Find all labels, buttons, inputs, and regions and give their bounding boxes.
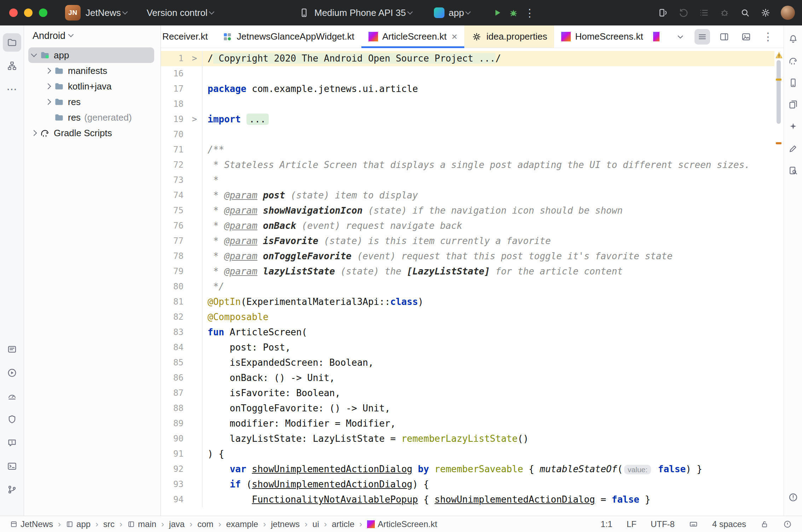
more-vertical-button[interactable]: ⋮ bbox=[760, 29, 776, 45]
code-text[interactable]: post: Post, bbox=[203, 340, 291, 355]
version-control-toolwindow-button[interactable] bbox=[3, 480, 21, 499]
indent-indicator[interactable]: 4 spaces bbox=[712, 519, 746, 529]
tab-articlescreen.kt[interactable]: ArticleScreen.kt× bbox=[361, 25, 464, 48]
tab-homescreens.kt[interactable]: HomeScreens.kt bbox=[554, 25, 650, 48]
warning-triangle-icon[interactable] bbox=[775, 51, 783, 59]
chevron-right-icon[interactable] bbox=[31, 130, 37, 136]
assistant-sparkle-toolwindow-button[interactable] bbox=[785, 119, 801, 134]
fold-arrow-icon[interactable]: > bbox=[187, 51, 203, 66]
device-streaming-button[interactable] bbox=[658, 7, 668, 18]
breadcrumb-item-java[interactable]: java bbox=[169, 519, 185, 529]
project-toolwindow-button[interactable] bbox=[3, 33, 21, 52]
split-editor-button[interactable] bbox=[716, 29, 732, 45]
tab-jetnewsglanceappwidget.kt[interactable]: JetnewsGlanceAppWidget.kt bbox=[215, 25, 361, 48]
tree-item-res[interactable]: res bbox=[28, 94, 154, 110]
tree-item-gradle-scripts[interactable]: Gradle Scripts bbox=[28, 125, 154, 141]
tree-item-app[interactable]: app bbox=[28, 47, 154, 63]
code-text[interactable]: onBack: () -> Unit, bbox=[203, 370, 335, 386]
breadcrumb-item-articlescreen.kt[interactable]: ArticleScreen.kt bbox=[367, 519, 437, 529]
caret-position[interactable]: 1:1 bbox=[601, 519, 612, 529]
breadcrumb-item-src[interactable]: src bbox=[103, 519, 115, 529]
tab-idea.properties[interactable]: idea.properties bbox=[464, 25, 554, 48]
code-text[interactable]: FunctionalityNotAvailablePopup { showUni… bbox=[203, 492, 650, 507]
breadcrumb-item-jetnews[interactable]: jetnews bbox=[271, 519, 300, 529]
code-editor[interactable]: 1>/ Copyright 2020 The Android Open Sour… bbox=[161, 48, 774, 516]
code-text[interactable]: * @param onToggleFavorite (event) reques… bbox=[203, 249, 673, 264]
chevron-right-icon[interactable] bbox=[45, 68, 51, 74]
lock-open-icon[interactable] bbox=[760, 520, 769, 528]
breadcrumb-item-jetnews[interactable]: JetNews bbox=[10, 519, 53, 529]
restore-button[interactable] bbox=[678, 7, 689, 18]
todo-list-button[interactable] bbox=[699, 7, 709, 18]
chevron-right-icon[interactable] bbox=[45, 83, 51, 89]
project-widget[interactable]: JN JetNews bbox=[65, 5, 128, 21]
code-text[interactable]: isExpandedScreen: Boolean, bbox=[203, 355, 374, 370]
tree-item-res[interactable]: res (generated) bbox=[28, 110, 154, 125]
code-text[interactable]: if (showUnimplementedActionDialog) { bbox=[203, 477, 429, 492]
chevron-right-icon[interactable] bbox=[45, 99, 51, 105]
vcs-widget[interactable]: Version control bbox=[147, 7, 215, 18]
run-tool-toolwindow-button[interactable] bbox=[3, 364, 21, 382]
editor-list-button[interactable] bbox=[695, 29, 710, 45]
code-text[interactable]: var showUnimplementedActionDialog by rem… bbox=[203, 462, 702, 477]
fold-arrow-icon[interactable]: > bbox=[187, 112, 203, 127]
encoding-indicator[interactable]: UTF-8 bbox=[651, 519, 675, 529]
close-window-button[interactable] bbox=[9, 8, 18, 17]
search-everywhere-button[interactable] bbox=[740, 7, 750, 18]
breadcrumb-item-article[interactable]: article bbox=[332, 519, 354, 529]
profiler-toolwindow-button[interactable] bbox=[3, 387, 21, 405]
app-inspection-toolwindow-button[interactable] bbox=[3, 410, 21, 429]
run-button[interactable] bbox=[492, 7, 502, 18]
logcat-toolwindow-button[interactable] bbox=[3, 340, 21, 359]
user-avatar[interactable] bbox=[781, 6, 795, 20]
code-text[interactable]: modifier: Modifier = Modifier, bbox=[203, 416, 396, 431]
gradle-toolwindow-button[interactable] bbox=[785, 53, 801, 69]
keyboard-icon[interactable] bbox=[689, 520, 698, 529]
tab-receiver.kt[interactable]: Receiver.kt bbox=[161, 25, 215, 48]
running-devices-toolwindow-button[interactable] bbox=[785, 97, 801, 112]
code-text[interactable]: * @param onBack (event) request navigate… bbox=[203, 218, 462, 233]
code-text[interactable]: lazyListState: LazyListState = rememberL… bbox=[203, 431, 529, 446]
code-text[interactable]: * @param isFavorite (state) is this item… bbox=[203, 233, 551, 249]
close-tab-icon[interactable]: × bbox=[452, 31, 457, 42]
code-text[interactable]: * Stateless Article Screen that displays… bbox=[203, 157, 750, 173]
project-view-selector[interactable]: Android bbox=[24, 25, 161, 46]
code-text[interactable]: /** bbox=[203, 142, 224, 157]
chevron-down-icon[interactable] bbox=[31, 51, 37, 57]
editor-scrollbar[interactable] bbox=[777, 60, 781, 124]
inspections-widget-toolwindow-button[interactable] bbox=[785, 490, 801, 505]
find-document-toolwindow-button[interactable] bbox=[785, 163, 801, 178]
code-text[interactable]: */ bbox=[203, 279, 224, 294]
line-ending-indicator[interactable]: LF bbox=[627, 519, 637, 529]
edit-document-toolwindow-button[interactable] bbox=[785, 141, 801, 156]
code-text[interactable]: fun ArticleScreen( bbox=[203, 325, 307, 340]
breadcrumb-item-com[interactable]: com bbox=[197, 519, 213, 529]
tree-item-kotlin+java[interactable]: kotlin+java bbox=[28, 79, 154, 94]
code-text[interactable]: import ... bbox=[203, 112, 269, 127]
tree-item-manifests[interactable]: manifests bbox=[28, 63, 154, 79]
code-text[interactable]: * @param lazyListState (state) the [Lazy… bbox=[203, 264, 623, 279]
code-text[interactable]: * @param post (state) item to display bbox=[203, 188, 418, 203]
more-actions-button[interactable]: ⋮ bbox=[524, 7, 535, 19]
inspections-status-icon[interactable] bbox=[783, 520, 792, 529]
debug-button[interactable] bbox=[508, 7, 519, 18]
code-text[interactable]: ) { bbox=[203, 446, 224, 462]
run-configuration-selector[interactable]: app bbox=[434, 7, 471, 18]
terminal-toolwindow-button[interactable] bbox=[3, 457, 21, 475]
device-selector[interactable]: Medium Phone API 35 bbox=[299, 7, 413, 18]
code-text[interactable]: package com.example.jetnews.ui.article bbox=[203, 81, 418, 97]
code-text[interactable]: @OptIn(ExperimentalMaterial3Api::class) bbox=[203, 294, 424, 310]
structure-toolwindow-button[interactable] bbox=[3, 57, 21, 75]
minimize-window-button[interactable] bbox=[24, 8, 33, 17]
code-text[interactable]: * bbox=[203, 173, 219, 188]
chevron-down-button[interactable] bbox=[673, 29, 688, 45]
more-tool-windows-toolwindow-button[interactable]: ⋯ bbox=[3, 80, 21, 98]
code-text[interactable]: isFavorite: Boolean, bbox=[203, 386, 341, 401]
problems-button[interactable] bbox=[719, 7, 730, 18]
code-text[interactable]: * @param showNavigationIcon (state) if t… bbox=[203, 203, 623, 218]
zoom-window-button[interactable] bbox=[39, 8, 47, 17]
breadcrumb-item-example[interactable]: example bbox=[226, 519, 258, 529]
notifications-toolwindow-button[interactable] bbox=[785, 31, 801, 47]
code-text[interactable]: onToggleFavorite: () -> Unit, bbox=[203, 401, 390, 416]
settings-button[interactable] bbox=[760, 7, 771, 18]
